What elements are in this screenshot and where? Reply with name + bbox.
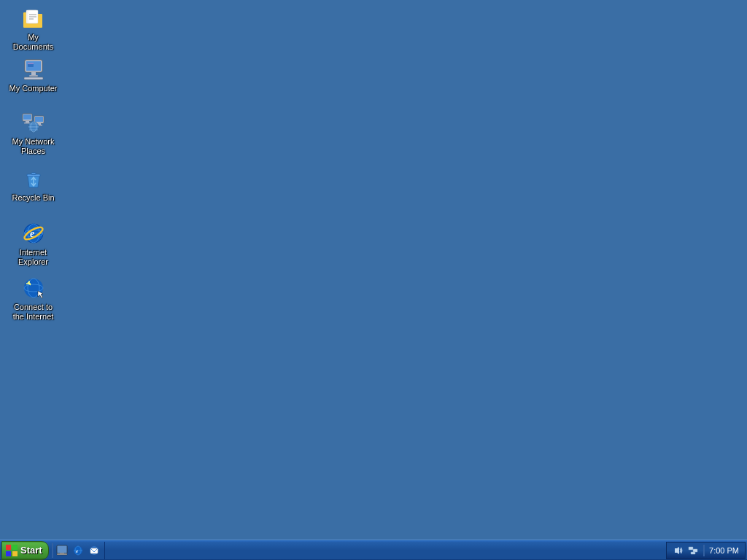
taskbar-middle [108,540,666,560]
quick-launch-bar: e [55,542,105,559]
windows-logo [5,544,18,557]
my-computer-icon [22,58,45,81]
svg-rect-15 [23,114,31,120]
ie-icon: e [22,222,45,245]
my-documents-label: My Documents [9,33,58,52]
svg-rect-19 [35,117,43,122]
svg-rect-9 [31,72,36,75]
volume-icon[interactable] [673,545,684,556]
ie-label: Internet Explorer [9,248,58,267]
desktop-icon-network-places[interactable]: My Network Places [6,108,61,159]
svg-rect-59 [689,547,693,550]
desktop: My Documents My Computer [0,0,747,540]
desktop-icon-connect[interactable]: Connect to the Internet [6,273,61,324]
recycle-bin-icon [22,167,45,190]
svg-rect-13 [28,63,34,64]
desktop-icon-recycle-bin[interactable]: Recycle Bin [6,164,61,206]
start-label: Start [20,545,42,556]
svg-rect-10 [29,75,38,77]
my-computer-label: My Computer [9,84,57,93]
network-places-icon [22,111,45,134]
recycle-bin-label: Recycle Bin [12,193,54,203]
desktop-icon-my-documents[interactable]: My Documents [6,4,61,55]
svg-rect-11 [24,77,43,79]
network-places-label: My Network Places [9,137,58,156]
outlook-quick-launch[interactable] [87,543,101,558]
svg-rect-51 [60,553,64,553]
svg-rect-50 [57,553,67,555]
svg-rect-47 [12,551,18,556]
desktop-icon-internet-explorer[interactable]: e Internet Explorer [6,219,61,270]
svg-rect-49 [58,546,66,553]
start-button[interactable]: Start [1,541,49,560]
svg-rect-45 [12,545,18,550]
connect-icon [22,276,45,300]
svg-text:e: e [76,548,78,554]
my-documents-icon [22,7,45,30]
show-desktop-button[interactable] [55,543,69,558]
svg-rect-28 [31,173,36,175]
clock-display: 7:00 PM [709,546,739,555]
svg-rect-44 [6,545,11,550]
separator-1 [52,543,53,558]
network-tray-icon[interactable] [687,545,699,556]
system-tray: 7:00 PM [666,542,746,559]
svg-rect-60 [693,549,697,552]
taskbar: Start e [0,540,747,560]
svg-rect-61 [691,552,695,554]
svg-marker-58 [675,547,679,554]
svg-rect-16 [26,121,29,122]
desktop-icon-my-computer[interactable]: My Computer [6,55,61,96]
ie-quick-launch[interactable]: e [71,543,85,558]
svg-rect-46 [6,551,11,556]
connect-label: Connect to the Internet [9,303,58,322]
tray-separator [703,545,705,556]
